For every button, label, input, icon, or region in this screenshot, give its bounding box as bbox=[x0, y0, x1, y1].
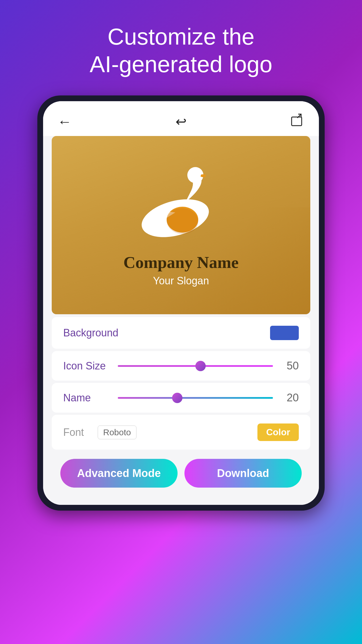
download-button[interactable]: Download bbox=[184, 459, 302, 488]
name-label: Name bbox=[63, 392, 109, 404]
phone-screen: ← ↩ bbox=[43, 101, 319, 505]
phone-frame: ← ↩ bbox=[37, 95, 325, 511]
icon-size-row: Icon Size 50 bbox=[52, 351, 310, 381]
icon-size-value: 50 bbox=[282, 360, 299, 372]
controls-area: Background Icon Size 50 Name 20 bbox=[43, 314, 319, 505]
font-row: Font Roboto Color bbox=[52, 415, 310, 450]
background-label: Background bbox=[63, 327, 118, 339]
undo-icon[interactable]: ↩ bbox=[176, 114, 187, 129]
background-color-swatch[interactable] bbox=[270, 326, 299, 340]
page-title: Customize the AI-generated logo bbox=[67, 23, 295, 78]
name-value: 20 bbox=[282, 392, 299, 404]
logo-canvas: Company Name Your Slogan bbox=[52, 136, 310, 314]
font-label: Font bbox=[63, 426, 92, 438]
svg-rect-0 bbox=[292, 117, 302, 126]
back-icon[interactable]: ← bbox=[57, 113, 72, 130]
screen-header: ← ↩ bbox=[43, 101, 319, 136]
slogan: Your Slogan bbox=[123, 275, 238, 287]
name-slider[interactable] bbox=[118, 396, 273, 400]
font-name-tag[interactable]: Roboto bbox=[98, 425, 136, 439]
name-row: Name 20 bbox=[52, 383, 310, 413]
company-name: Company Name bbox=[123, 253, 238, 272]
icon-size-slider[interactable] bbox=[118, 364, 273, 368]
color-button[interactable]: Color bbox=[257, 423, 299, 441]
advanced-mode-button[interactable]: Advanced Mode bbox=[60, 459, 178, 488]
icon-size-label: Icon Size bbox=[63, 360, 109, 372]
background-row: Background bbox=[52, 317, 310, 349]
bottom-buttons: Advanced Mode Download bbox=[52, 452, 310, 499]
export-icon[interactable] bbox=[290, 113, 305, 130]
